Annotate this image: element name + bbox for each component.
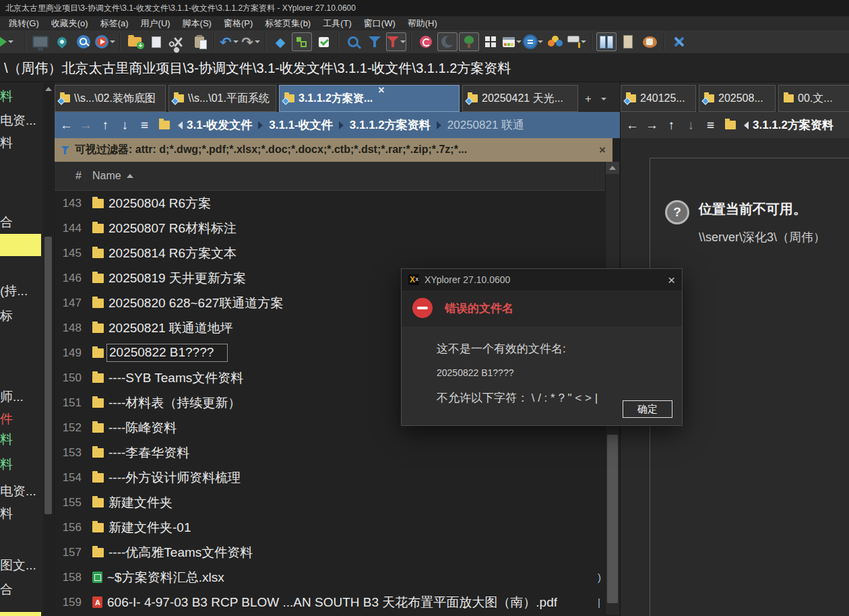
tools-button[interactable] — [669, 32, 689, 51]
tree-item[interactable]: 料 — [0, 456, 13, 472]
menu-item-9[interactable]: 窗口(W) — [358, 16, 402, 30]
tab-close-icon[interactable]: × — [378, 86, 384, 95]
tab-list-button[interactable] — [596, 92, 610, 106]
find-button[interactable] — [343, 32, 363, 51]
undo-button[interactable]: ↶ — [219, 32, 239, 51]
dropdown-caret-icon[interactable] — [8, 40, 13, 43]
dropdown-caret-icon[interactable] — [516, 40, 522, 43]
roller-button[interactable] — [567, 32, 587, 51]
tree-item[interactable]: 图文... — [0, 557, 36, 574]
table-row[interactable]: 159606-I- 4-97-03 B3 RCP BLOW ...AN SOUT… — [55, 590, 606, 615]
nav-forward-button[interactable]: → — [77, 118, 95, 133]
tree-item[interactable]: 料 — [0, 88, 13, 104]
menu-item-7[interactable]: 标签页集(b) — [259, 16, 317, 30]
rename-edit-box[interactable]: 20250822 B1???? — [106, 344, 228, 362]
dialog-close-icon[interactable]: × — [668, 274, 675, 286]
tree-scrollbar-thumb[interactable] — [44, 237, 52, 514]
left-tab-4[interactable]: 20250421 天光... — [462, 85, 578, 112]
crumb-back-icon[interactable] — [744, 121, 749, 129]
table-row[interactable]: 158~$方案资料汇总.xlsx) — [55, 565, 606, 590]
table-row[interactable]: 153----李春华资料 — [55, 440, 606, 465]
table-row[interactable]: 14520250814 R6方案文本 — [55, 241, 606, 266]
tree-item[interactable]: 料 — [0, 431, 13, 448]
breadcrumb-segment[interactable]: 3.1.1.2方案资料 — [753, 117, 834, 133]
tree-item[interactable]: 师... — [0, 389, 24, 405]
tree-selected-highlight[interactable] — [0, 234, 41, 256]
jump-button[interactable] — [95, 32, 115, 51]
crumb-back-icon[interactable] — [178, 121, 183, 129]
redo-button[interactable]: ↷ — [241, 32, 261, 51]
cut-button[interactable] — [168, 32, 188, 51]
nav-up-button[interactable]: ↑ — [96, 118, 115, 133]
new-tab-button[interactable]: + — [581, 92, 595, 106]
menu-item-1[interactable]: 跳转(G) — [3, 16, 45, 30]
gem-button[interactable]: ◆ — [270, 32, 290, 51]
colors-button[interactable] — [545, 32, 565, 51]
nav-back-button[interactable]: ← — [623, 118, 641, 133]
single-pane-button[interactable] — [618, 32, 638, 51]
tree-selected-highlight[interactable] — [0, 612, 41, 616]
breadcrumb-segment[interactable]: 3.1.1.2方案资料 — [350, 117, 431, 133]
menu-item-6[interactable]: 窗格(P) — [218, 16, 259, 30]
checkbox-button[interactable] — [313, 32, 334, 51]
nav-down-button[interactable]: ↓ — [682, 118, 700, 133]
funnel-red-button[interactable] — [386, 32, 406, 51]
table-row[interactable]: 14420250807 R6材料标注 — [55, 216, 606, 241]
dropdown-caret-icon[interactable] — [255, 40, 260, 43]
breadcrumb-segment[interactable]: 3.1.1-收文件 — [269, 117, 332, 133]
table-row[interactable]: 14320250804 R6方案 — [55, 191, 606, 216]
funnel-blue-button[interactable] — [365, 32, 385, 51]
tag-button[interactable] — [639, 32, 660, 51]
nav-menu-button[interactable]: ≡ — [135, 118, 154, 133]
tree-item[interactable]: 电资... — [0, 483, 36, 499]
dual-pane-button[interactable] — [596, 32, 617, 51]
map-pin-button[interactable] — [52, 32, 72, 51]
left-tab-3[interactable]: 3.1.1.2方案资...× — [279, 85, 460, 112]
badge-button[interactable] — [524, 32, 544, 51]
spiral-button[interactable] — [416, 32, 436, 51]
menu-item-8[interactable]: 工具(T) — [317, 16, 358, 30]
new-folder-button[interactable] — [125, 32, 145, 51]
nav-up-button[interactable]: ↑ — [662, 118, 681, 133]
tree-item[interactable]: 料 — [0, 135, 13, 151]
dropdown-caret-icon[interactable] — [233, 40, 239, 43]
nav-down-button[interactable]: ↓ — [116, 118, 134, 133]
tree-scrollbar[interactable] — [43, 83, 53, 615]
address-bar[interactable]: \（周伟）北京太古里商业项目\3-协调文件\3.1-收发文件\3.1.1-收文件… — [0, 54, 849, 82]
right-tab-2[interactable]: 202508... — [699, 85, 776, 112]
dropdown-caret-icon[interactable] — [110, 40, 115, 43]
column-header-name[interactable]: Name — [92, 170, 121, 182]
computer-button[interactable] — [30, 32, 51, 51]
tree-item[interactable]: 件 — [0, 411, 13, 427]
column-header-index[interactable]: # — [55, 170, 86, 182]
breadcrumb-segment[interactable]: 3.1-收发文件 — [187, 117, 252, 133]
menu-item-10[interactable]: 帮助(H) — [402, 16, 443, 30]
menu-item-4[interactable]: 用户(U) — [135, 16, 177, 30]
nav-back-button[interactable]: ← — [57, 118, 75, 133]
dropdown-caret-icon[interactable] — [581, 40, 586, 43]
right-tab-3[interactable]: 00.文... — [778, 85, 849, 112]
quad-button[interactable] — [480, 32, 501, 51]
breadcrumb-tail[interactable]: 20250821 联通 — [447, 117, 524, 133]
menu-item-5[interactable]: 脚本(S) — [177, 16, 218, 30]
tree-item[interactable]: 合 — [0, 582, 13, 598]
dropdown-caret-icon[interactable] — [400, 40, 406, 43]
tree-item[interactable]: 标 — [0, 308, 13, 324]
paste-button[interactable] — [189, 32, 210, 51]
moon-button[interactable] — [437, 32, 458, 51]
tree-button[interactable] — [459, 32, 479, 51]
tree-item[interactable]: 料 — [0, 505, 13, 522]
table-row[interactable]: 156新建文件夹-01 — [55, 515, 606, 540]
mini-tree-button[interactable] — [292, 32, 312, 51]
tree-item[interactable]: 电资... — [0, 113, 36, 129]
ok-button[interactable]: 确定 — [623, 400, 672, 418]
tree-item[interactable]: (持... — [0, 283, 28, 299]
table-row[interactable]: 155新建文件夹 — [55, 490, 606, 515]
tree-item[interactable]: 合 — [0, 214, 13, 230]
nav-menu-button[interactable]: ≡ — [701, 118, 720, 133]
table-row[interactable]: 154----外方设计师资料梳理 — [55, 465, 606, 490]
scroll-up-icon[interactable] — [45, 87, 52, 91]
left-tab-1[interactable]: \\s...\02.装饰底图 — [55, 85, 166, 112]
list-scrollbar-thumb[interactable] — [607, 435, 618, 603]
table-row[interactable]: 157----优高雅Teams文件资料 — [55, 540, 606, 565]
